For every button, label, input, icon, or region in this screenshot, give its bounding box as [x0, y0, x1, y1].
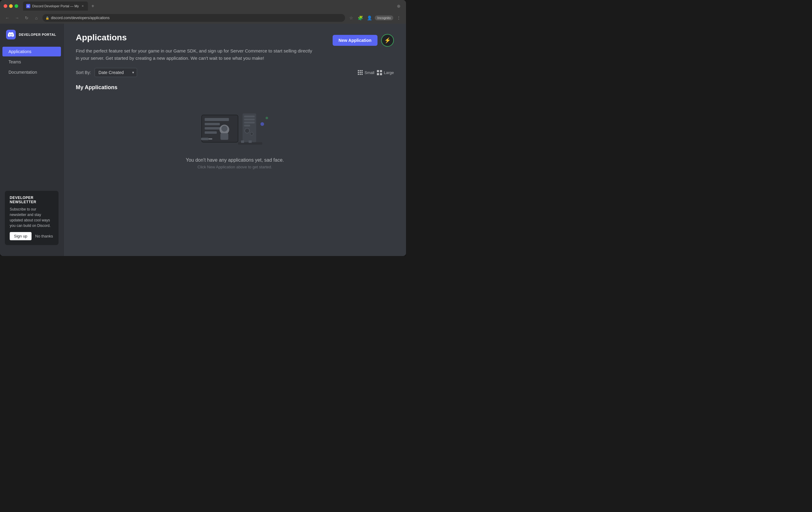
sidebar-item-teams[interactable]: Teams	[2, 57, 61, 67]
browser-toolbar: ← → ↻ ⌂ 🔒 discord.com/developers/applica…	[0, 12, 406, 24]
svg-rect-8	[244, 122, 255, 123]
svg-rect-4	[205, 131, 217, 134]
lightning-button[interactable]: ⚡	[381, 34, 394, 47]
my-applications-title: My Applications	[76, 84, 394, 91]
svg-rect-2	[205, 123, 220, 125]
newsletter-actions: Sign up No thanks	[10, 232, 54, 240]
svg-rect-18	[201, 138, 209, 140]
newsletter-description: Subscribe to our newsletter and stay upd…	[10, 206, 54, 228]
sidebar: DEVELOPER PORTAL Applications Teams Docu…	[0, 24, 64, 256]
incognito-label: Incognito	[377, 16, 391, 20]
main-content: Applications Find the perfect feature se…	[64, 24, 406, 256]
svg-point-16	[221, 125, 227, 132]
browser-titlebar: D Discord Developer Portal — My ✕ + ⊕	[0, 0, 406, 12]
svg-rect-5	[242, 113, 256, 142]
svg-rect-19	[209, 138, 212, 140]
sidebar-nav: Applications Teams Documentation	[0, 47, 63, 186]
empty-state-title: You don't have any applications yet, sad…	[186, 158, 284, 163]
close-button[interactable]	[4, 4, 7, 8]
extensions-icon[interactable]: 🧩	[356, 14, 364, 22]
sidebar-item-documentation[interactable]: Documentation	[2, 67, 61, 77]
url-text: discord.com/developers/applications	[51, 16, 110, 20]
toolbar-actions: ☆ 🧩 👤 Incognito ⋮	[347, 14, 402, 22]
traffic-lights	[4, 4, 18, 8]
large-grid-icon	[377, 70, 382, 75]
header-actions: New Application ⚡	[332, 34, 394, 47]
page-title: Applications	[76, 33, 312, 42]
svg-rect-14	[249, 140, 252, 143]
svg-rect-17	[221, 133, 228, 140]
incognito-badge: Incognito	[375, 16, 393, 20]
small-grid-icon	[358, 70, 362, 75]
sort-bar: Sort By: Date Created Small	[76, 68, 394, 77]
minimize-button[interactable]	[9, 4, 13, 8]
bookmark-icon[interactable]: ☆	[347, 14, 355, 22]
small-label: Small	[365, 70, 374, 75]
profile-icon[interactable]: 👤	[366, 14, 373, 22]
tab-bar: D Discord Developer Portal — My ✕ +	[23, 1, 393, 10]
signup-button[interactable]: Sign up	[10, 232, 32, 240]
new-tab-button[interactable]: +	[89, 2, 96, 10]
back-button[interactable]: ←	[4, 14, 11, 22]
forward-button[interactable]: →	[13, 14, 21, 22]
sidebar-logo: DEVELOPER PORTAL	[0, 30, 63, 47]
sidebar-logo-text: DEVELOPER PORTAL	[19, 33, 56, 36]
sort-label: Sort By:	[76, 70, 91, 75]
large-label: Large	[384, 70, 394, 75]
svg-rect-7	[244, 119, 255, 120]
sort-left: Sort By: Date Created	[76, 68, 137, 77]
svg-rect-13	[241, 140, 244, 143]
tab-title: Discord Developer Portal — My	[32, 4, 79, 8]
new-application-button[interactable]: New Application	[332, 35, 377, 46]
home-button[interactable]: ⌂	[33, 14, 40, 22]
browser-tab[interactable]: D Discord Developer Portal — My ✕	[23, 1, 88, 10]
sort-select[interactable]: Date Created	[95, 68, 137, 77]
svg-point-11	[250, 132, 253, 135]
lock-icon: 🔒	[46, 17, 49, 20]
reload-button[interactable]: ↻	[23, 14, 30, 22]
browser-menu-icon[interactable]: ⊕	[395, 2, 402, 10]
svg-point-20	[260, 122, 264, 126]
header-left: Applications Find the perfect feature se…	[76, 33, 312, 62]
address-bar[interactable]: 🔒 discord.com/developers/applications	[42, 14, 345, 22]
svg-point-10	[245, 128, 250, 133]
empty-illustration	[196, 109, 274, 151]
no-thanks-button[interactable]: No thanks	[35, 234, 53, 238]
svg-rect-1	[205, 118, 229, 121]
newsletter-title: DEVELOPER NEWSLETTER	[10, 196, 54, 204]
empty-state: You don't have any applications yet, sad…	[76, 97, 394, 181]
svg-rect-6	[244, 116, 255, 117]
lightning-icon: ⚡	[384, 37, 391, 44]
sidebar-item-applications[interactable]: Applications	[2, 47, 61, 56]
tab-close-icon[interactable]: ✕	[81, 4, 85, 8]
maximize-button[interactable]	[14, 4, 18, 8]
svg-rect-9	[244, 125, 250, 126]
tab-favicon: D	[26, 4, 30, 8]
view-toggles: Small Large	[358, 70, 394, 75]
svg-point-21	[266, 117, 268, 119]
discord-logo-icon	[6, 30, 16, 39]
more-menu-icon[interactable]: ⋮	[395, 14, 402, 22]
page-header: Applications Find the perfect feature se…	[76, 33, 394, 62]
newsletter-box: DEVELOPER NEWSLETTER Subscribe to our ne…	[5, 191, 59, 245]
large-view-toggle[interactable]: Large	[377, 70, 394, 75]
empty-state-subtitle: Click New Application above to get start…	[197, 165, 272, 169]
small-view-toggle[interactable]: Small	[358, 70, 374, 75]
page-description: Find the perfect feature set for your ga…	[76, 47, 312, 62]
sort-select-wrapper: Date Created	[95, 68, 137, 77]
page-content: DEVELOPER PORTAL Applications Teams Docu…	[0, 24, 406, 256]
browser-window: D Discord Developer Portal — My ✕ + ⊕ ← …	[0, 0, 406, 256]
